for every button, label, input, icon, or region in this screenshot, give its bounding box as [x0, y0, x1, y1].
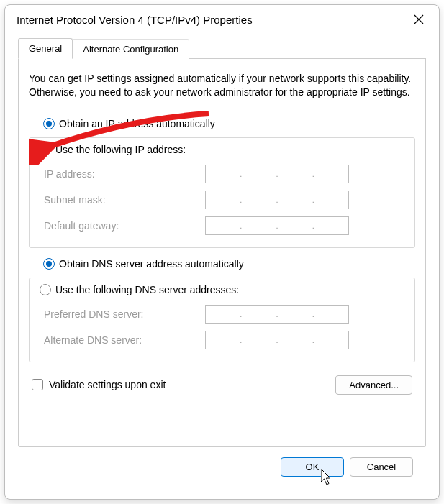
ip-address-input[interactable]: ...: [205, 165, 349, 183]
field-alternate-dns: Alternate DNS server: ...: [40, 327, 404, 353]
radio-use-following-dns[interactable]: Use the following DNS server addresses:: [40, 284, 242, 297]
field-label: Default gateway:: [40, 220, 205, 232]
checkbox-icon: [32, 379, 43, 390]
field-label: IP address:: [40, 168, 205, 180]
radio-label: Use the following DNS server addresses:: [55, 284, 239, 295]
radio-label: Obtain an IP address automatically: [59, 118, 215, 129]
radio-use-following-ip[interactable]: Use the following IP address:: [40, 144, 189, 157]
checkbox-label: Validate settings upon exit: [49, 379, 166, 390]
content-area: General Alternate Configuration You can …: [5, 34, 439, 487]
default-gateway-input[interactable]: ...: [205, 216, 349, 235]
preferred-dns-input[interactable]: ...: [205, 305, 349, 324]
radio-label: Use the following IP address:: [55, 144, 186, 155]
subnet-mask-input[interactable]: ...: [205, 191, 349, 209]
tab-general[interactable]: General: [18, 38, 73, 59]
close-icon: [414, 14, 424, 24]
tab-strip: General Alternate Configuration: [18, 38, 426, 59]
close-button[interactable]: [407, 8, 430, 31]
alternate-dns-input[interactable]: ...: [205, 331, 349, 349]
radio-icon: [43, 258, 55, 270]
radio-obtain-dns-auto[interactable]: Obtain DNS server address automatically: [40, 258, 247, 270]
radio-icon: [40, 144, 51, 155]
radio-obtain-ip-auto[interactable]: Obtain an IP address automatically: [40, 118, 218, 129]
advanced-button[interactable]: Advanced...: [335, 375, 412, 395]
field-label: Subnet mask:: [40, 194, 205, 206]
radio-icon: [40, 284, 51, 295]
field-preferred-dns: Preferred DNS server: ...: [40, 301, 404, 327]
ip-address-group: Use the following IP address: IP address…: [29, 137, 415, 248]
tab-alternate-configuration[interactable]: Alternate Configuration: [72, 39, 189, 59]
field-default-gateway: Default gateway: ...: [40, 213, 404, 239]
ok-button[interactable]: OK: [281, 457, 344, 477]
bottom-row: Validate settings upon exit Advanced...: [29, 375, 415, 395]
window-title: Internet Protocol Version 4 (TCP/IPv4) P…: [17, 14, 407, 26]
field-label: Alternate DNS server:: [40, 334, 205, 346]
description-text: You can get IP settings assigned automat…: [29, 72, 415, 99]
dns-server-group: Use the following DNS server addresses: …: [29, 278, 415, 362]
radio-icon: [43, 118, 55, 129]
validate-settings-checkbox[interactable]: Validate settings upon exit: [32, 379, 166, 390]
properties-dialog: Internet Protocol Version 4 (TCP/IPv4) P…: [4, 4, 440, 500]
titlebar: Internet Protocol Version 4 (TCP/IPv4) P…: [5, 5, 439, 34]
field-ip-address: IP address: ...: [40, 161, 404, 187]
radio-label: Obtain DNS server address automatically: [59, 258, 244, 270]
tab-panel-general: You can get IP settings assigned automat…: [18, 59, 426, 447]
cancel-button[interactable]: Cancel: [350, 457, 413, 477]
dialog-footer: OK Cancel: [18, 447, 426, 477]
field-subnet-mask: Subnet mask: ...: [40, 187, 404, 213]
field-label: Preferred DNS server:: [40, 308, 205, 320]
